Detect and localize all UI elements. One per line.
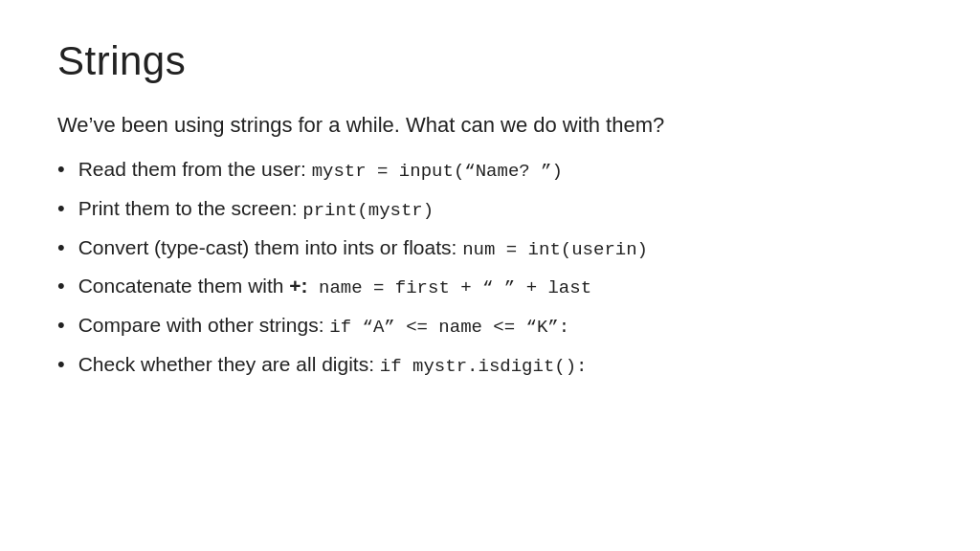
code-snippet: mystr = input(“Name? ”) — [312, 161, 563, 182]
bullet-text: Check whether they are all digits: if my… — [78, 350, 588, 380]
bold-text: +: — [289, 275, 307, 297]
code-snippet: if mystr.isdigit(): — [380, 356, 588, 377]
code-snippet: print(mystr) — [302, 200, 434, 221]
list-item: • Concatenate them with +: name = first … — [57, 272, 923, 301]
bullet-dot: • — [57, 311, 65, 341]
bullet-text: Compare with other strings: if “A” <= na… — [78, 311, 569, 341]
bullet-text: Concatenate them with +: name = first + … — [78, 272, 591, 301]
bullet-text: Print them to the screen: print(mystr) — [78, 194, 434, 224]
slide-title: Strings — [57, 38, 923, 84]
bullet-text: Read them from the user: mystr = input(“… — [78, 155, 563, 185]
bullet-dot: • — [57, 350, 65, 380]
list-item: • Convert (type-cast) them into ints or … — [57, 233, 923, 263]
bullet-dot: • — [57, 155, 65, 185]
code-snippet: if “A” <= name <= “K”: — [329, 317, 569, 338]
bullet-dot: • — [57, 272, 65, 301]
list-item: • Read them from the user: mystr = input… — [57, 155, 923, 185]
code-snippet: num = int(userin) — [462, 239, 648, 260]
list-item: • Check whether they are all digits: if … — [57, 350, 923, 380]
slide: Strings We’ve been using strings for a w… — [0, 0, 980, 551]
bullet-dot: • — [57, 194, 65, 224]
list-item: • Compare with other strings: if “A” <= … — [57, 311, 923, 341]
list-item: • Print them to the screen: print(mystr) — [57, 194, 923, 224]
bullet-dot: • — [57, 233, 65, 263]
bullet-list: • Read them from the user: mystr = input… — [57, 155, 923, 380]
intro-paragraph: We’ve been using strings for a while. Wh… — [57, 113, 923, 138]
bullet-text: Convert (type-cast) them into ints or fl… — [78, 233, 648, 263]
code-snippet: name = first + “ ” + last — [308, 277, 591, 298]
